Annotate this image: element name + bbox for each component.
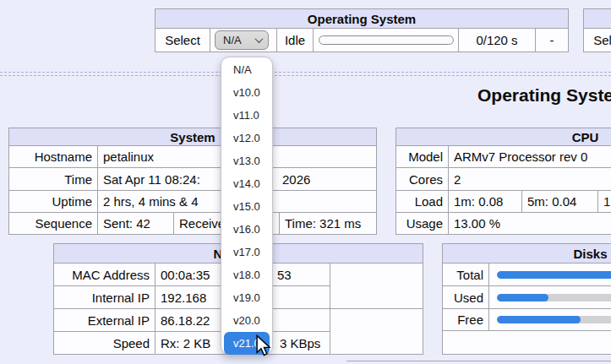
row-label: Total	[443, 263, 489, 286]
row-label: Cores	[396, 168, 449, 191]
os-version-select[interactable]: N/A	[215, 30, 269, 50]
row-label: External IP	[54, 309, 155, 332]
cpu-cores-value: 2	[449, 168, 611, 191]
sequence-time: Time: 321 ms	[280, 213, 377, 235]
cpu-table-title: CPU	[396, 128, 611, 146]
row-label: Free	[443, 309, 489, 331]
mouse-cursor	[255, 334, 271, 359]
cpu-load-1m: 1m: 0.08	[449, 191, 522, 213]
dropdown-option[interactable]: N/A	[221, 58, 272, 81]
row-label: Uptime	[9, 191, 98, 213]
dropdown-option[interactable]: v13.0	[221, 149, 272, 172]
cpu-load-15m: 1	[598, 191, 611, 213]
cpu-table: CPU Model ARMv7 Processor rev 0 Cores 2 …	[396, 128, 611, 235]
disk-total-meter	[497, 271, 611, 279]
row-label: Usage	[396, 213, 449, 235]
dropdown-option[interactable]: v10.0	[221, 81, 272, 104]
disks-table-title: Disks	[443, 244, 611, 263]
cpu-load-5m: 5m: 0.04	[522, 191, 598, 213]
dotted-divider	[0, 72, 611, 76]
disk-free-meter	[497, 316, 611, 323]
dropdown-option[interactable]: v12.0	[221, 127, 272, 149]
row-label: Model	[396, 146, 449, 168]
system-table: System Hostname petalinux Time Sat Apr 1…	[8, 128, 377, 235]
status-text: Idle	[277, 29, 314, 52]
time-year: 2026	[282, 172, 310, 187]
row-label: Sequence	[9, 213, 98, 235]
dropdown-option[interactable]: v17.0	[221, 241, 272, 263]
dropdown-option[interactable]: v18.0	[221, 263, 272, 286]
next-table-top-border	[346, 361, 611, 361]
dropdown-option[interactable]: v16.0	[221, 218, 272, 241]
os-version-dropdown-popup: N/A v10.0 v11.0 v12.0 v13.0 v14.0 v15.0 …	[221, 57, 273, 355]
dropdown-option[interactable]: v11.0	[221, 104, 272, 127]
select-value: N/A	[223, 34, 242, 46]
row-label: Hostname	[9, 146, 98, 168]
row-label: Internal IP	[54, 286, 155, 309]
os-panel-title: Operating System	[155, 9, 569, 29]
mac-suffix: 53	[277, 268, 292, 282]
speed-suffix: 3 KBps	[280, 336, 320, 350]
system-table-title: System	[9, 128, 377, 146]
dropdown-option[interactable]: v19.0	[221, 286, 272, 309]
select-label-2: Select	[584, 29, 611, 52]
select-label: Select	[155, 29, 210, 52]
row-label: Speed	[54, 332, 155, 355]
row-label: Time	[9, 168, 98, 191]
os-control-panel: Operating System Select N/A Idle 0/120 s…	[155, 8, 569, 52]
os-control-panel-2: Select	[583, 8, 611, 52]
tx-chart-cell	[330, 309, 423, 355]
chevron-down-icon	[255, 35, 264, 43]
row-label: Load	[396, 191, 449, 213]
disk-used-meter	[497, 294, 611, 302]
section-title: Operating System	[477, 85, 611, 106]
disks-empty-row	[443, 331, 611, 355]
timer-text: 0/120 s	[459, 29, 536, 52]
dropdown-option[interactable]: v20.0	[221, 309, 272, 332]
cpu-model-value: ARMv7 Processor rev 0	[449, 146, 611, 168]
cpu-usage-value: 13.00 %	[449, 213, 611, 235]
dropdown-option[interactable]: v15.0	[221, 195, 272, 218]
row-label: Used	[443, 286, 489, 309]
os-panel-2-header	[584, 9, 611, 29]
dropdown-option[interactable]: v14.0	[221, 172, 272, 195]
disks-table: Disks Total Used Free	[442, 243, 611, 355]
extra-cell: -	[536, 29, 569, 52]
row-label: MAC Address	[54, 263, 155, 286]
rx-chart-cell	[330, 263, 423, 309]
idle-progress-bar	[319, 35, 454, 45]
sequence-sent: Sent: 42	[98, 213, 174, 235]
